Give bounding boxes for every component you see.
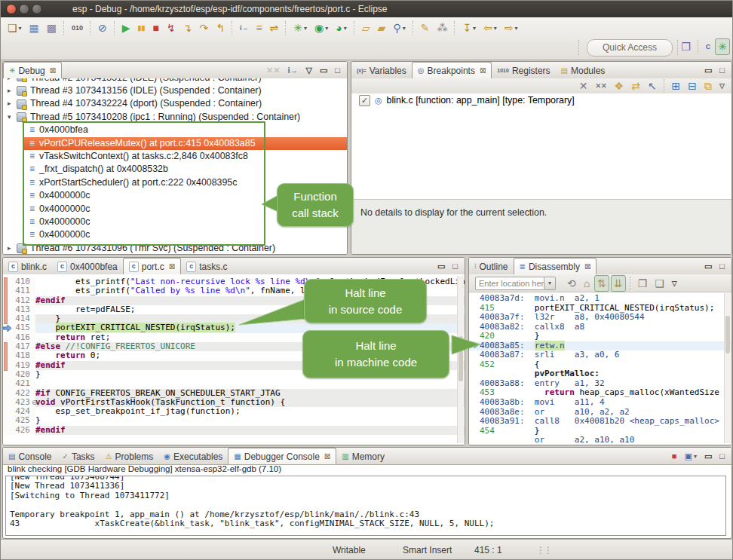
stack-frame-row[interactable]: ≡0x4000000c [23, 228, 347, 241]
tab-memory[interactable]: ▥Memory [336, 448, 390, 464]
pin-view-icon[interactable]: ❏ [652, 275, 667, 292]
annotations-icon[interactable]: ⁂ [434, 20, 450, 36]
run-icon[interactable]: ◉▾ [311, 20, 331, 36]
close-tab-icon[interactable]: ⊠ [50, 66, 56, 75]
link-with-debug-view-icon[interactable]: ⧉ [701, 78, 715, 94]
terminate-icon[interactable]: ■ [150, 20, 162, 36]
suspend-icon[interactable]: ▮▮ [135, 20, 149, 36]
tab-outline[interactable]: ⫶Outline [469, 259, 514, 274]
instruction-stepping-mode-icon[interactable]: i→ [284, 62, 301, 78]
thread-row[interactable]: ▸Thread #3 1073413156 (IDLE) (Suspended … [3, 84, 347, 97]
location-dropdown-icon[interactable]: ▾ [544, 277, 556, 290]
tree-twisty-icon[interactable]: ▸ [8, 84, 17, 97]
thread-row[interactable]: ▸Thread #2 1073413512 (IDLE) (Suspended … [3, 78, 347, 84]
tab-debug[interactable]: ✳Debug⊠ [3, 62, 62, 78]
remove-all-breakpoints-icon[interactable]: ✕✕ [592, 78, 609, 94]
thread-row[interactable]: ▾Thread #5 1073410208 (ipc1 : Running) (… [3, 111, 347, 124]
minimize-icon[interactable]: ▭ [701, 258, 715, 274]
thread-row[interactable]: ▸Thread #6 1073431096 (Tmr Svc) (Suspend… [3, 242, 347, 254]
last-edit-location-icon[interactable]: ↧▾ [459, 20, 479, 36]
resume-icon[interactable]: ▶ [119, 20, 133, 36]
stack-frame-row[interactable]: ≡vPortCPUReleaseMutex() at port.c:415 0x… [23, 137, 347, 150]
tree-twisty-icon[interactable]: ▸ [8, 97, 17, 110]
last-edit-location-dropdown-icon[interactable]: ▾ [473, 25, 476, 32]
line-number[interactable]: 426 [3, 426, 35, 435]
tab-debugger-console[interactable]: ▦Debugger Console⊠ [228, 448, 336, 464]
external-tools-icon[interactable]: ◕▾ [333, 20, 349, 36]
minimize-icon[interactable]: ▭ [701, 448, 715, 464]
terminate-icon[interactable]: ■ [669, 448, 680, 464]
remove-all-terminated-icon[interactable]: ✕✕ [263, 62, 283, 78]
tab-registers[interactable]: 1010Registers [492, 63, 555, 78]
disassembly-scrollbar[interactable] [724, 293, 731, 443]
show-debug-sources-icon[interactable]: ≡ [253, 20, 265, 36]
debug-dropdown-icon[interactable]: ▾ [304, 25, 307, 32]
close-tab-icon[interactable]: ⊠ [584, 262, 590, 271]
step-over-icon[interactable]: ↷ [196, 20, 211, 36]
tree-twisty-icon[interactable]: ▸ [8, 78, 17, 84]
maximize-icon[interactable]: □ [332, 62, 343, 78]
debug-perspective-icon[interactable]: ✳ [715, 38, 730, 55]
refresh-icon[interactable]: ⟲ [564, 275, 579, 292]
tab-disassembly[interactable]: ≣Disassembly⊠ [514, 258, 597, 274]
go-to-file-for-breakpoint-icon[interactable]: ⇄ [628, 78, 643, 94]
tree-twisty-icon[interactable]: ▸ [8, 242, 17, 254]
back-dropdown-icon[interactable]: ▾ [494, 25, 497, 32]
search-dropdown-icon[interactable]: ▾ [403, 25, 406, 32]
close-tab-icon[interactable]: ⊠ [169, 262, 175, 271]
search-icon[interactable]: ⚲▾ [390, 20, 408, 36]
fold-marker-icon[interactable]: ⊖ [32, 399, 38, 406]
new-icon[interactable]: ❏▾ [5, 20, 25, 36]
use-step-filters-icon[interactable]: ⇌ [267, 20, 282, 36]
close-tab-icon[interactable]: ⊠ [324, 452, 330, 461]
instruction-stepping-icon[interactable]: i→ [237, 20, 252, 36]
disassembly-listing[interactable]: 40083a7d: movi.n a2, 1415 portEXIT_CRITI… [469, 292, 731, 445]
tree-twisty-icon[interactable]: ▾ [8, 111, 17, 124]
show-breakpoints-supported-icon[interactable]: ❖ [612, 78, 627, 94]
tab-tasks-c[interactable]: ctasks.c [181, 259, 232, 274]
maximize-icon[interactable]: □ [716, 62, 728, 78]
open-perspective-icon[interactable]: ❒ [678, 38, 694, 55]
view-menu-icon[interactable]: ▽ [302, 62, 314, 78]
skip-all-breakpoints-icon[interactable]: ↖ [645, 78, 660, 94]
tab-variables[interactable]: (x)=Variables [351, 63, 412, 78]
home-icon[interactable]: ⌂ [581, 275, 593, 292]
minimize-icon[interactable]: ▭ [317, 62, 330, 78]
breakpoint-row[interactable]: ✓ ◎ blink.c [function: app_main] [type: … [351, 93, 731, 107]
tab-0x4000bfea[interactable]: c0x4000bfea [52, 259, 123, 274]
tab-breakpoints[interactable]: ◎Breakpoints⊠ [412, 62, 492, 78]
sync-with-active-context-icon[interactable]: ⇅ [594, 275, 609, 292]
editor-scrollbar[interactable] [457, 276, 464, 443]
forward-dropdown-icon[interactable]: ▾ [515, 25, 518, 32]
tab-tasks[interactable]: ✓Tasks [57, 448, 100, 464]
disconnect-icon[interactable]: ↯ [164, 20, 179, 36]
forward-icon[interactable]: ⇨▾ [501, 20, 521, 36]
minimize-icon[interactable]: ▭ [701, 62, 715, 78]
stack-frame-row[interactable]: ≡0x4000bfea [23, 124, 347, 136]
tab-executables[interactable]: ◉Executables [158, 448, 228, 464]
step-into-icon[interactable]: ↴ [180, 20, 195, 36]
breakpoint-checkbox[interactable]: ✓ [359, 95, 370, 106]
tab-modules[interactable]: ▤Modules [556, 63, 611, 78]
debug-icon[interactable]: ✳▾ [290, 20, 310, 36]
tab-port-c[interactable]: cport.c⊠ [123, 258, 181, 274]
run-dropdown-icon[interactable]: ▾ [325, 25, 328, 32]
minimize-window-button[interactable] [19, 4, 29, 14]
maximize-window-button[interactable] [32, 4, 42, 14]
open-resource-icon[interactable]: ▰ [375, 20, 389, 36]
expand-all-icon[interactable]: ⊞ [669, 78, 684, 94]
close-tab-icon[interactable]: ⊠ [480, 66, 486, 75]
quick-access-button[interactable]: Quick Access [587, 39, 673, 57]
display-selected-console-dropdown-icon[interactable]: ▾ [694, 453, 697, 460]
line-number[interactable]: 411 [3, 286, 35, 295]
line-number[interactable]: 418 [3, 351, 35, 360]
save-all-icon[interactable]: ▩ [44, 20, 60, 36]
view-menu-icon[interactable]: ▽ [669, 275, 680, 292]
tab-console[interactable]: ▤Console [3, 448, 57, 464]
thread-row[interactable]: ▸Thread #4 1073432224 (dport) (Suspended… [3, 97, 347, 110]
tab-blink-c[interactable]: cblink.c [3, 259, 52, 274]
maximize-icon[interactable]: □ [716, 448, 728, 464]
skip-all-breakpoints-icon[interactable]: ⊘ [95, 20, 110, 36]
collapse-all-icon[interactable]: ⊟ [685, 78, 700, 94]
console-output[interactable]: [New Thread 1073468744] [New Thread 1073… [5, 476, 726, 536]
